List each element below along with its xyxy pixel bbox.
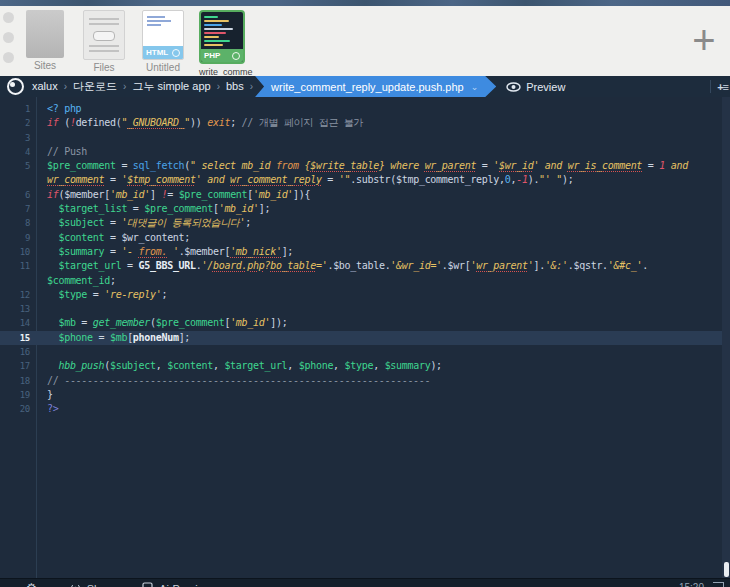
active-file-tab[interactable]: write_comment_reply_update.push.php ⌄ bbox=[255, 76, 496, 97]
breadcrumb-bar: xalux›다운로드›그누 simple app›bbs› write_comm… bbox=[0, 76, 730, 97]
code-line[interactable]: 16 bbox=[0, 345, 722, 359]
code-line[interactable]: 6if($member['mb_id'] != $pre_comment['mb… bbox=[0, 188, 722, 202]
thumbnail-label: Sites bbox=[22, 61, 68, 71]
line-number bbox=[0, 173, 39, 187]
line-number: 2 bbox=[0, 116, 39, 130]
line-number: 8 bbox=[0, 216, 39, 230]
code-text: $mb = get_member($pre_comment['mb_id']); bbox=[39, 316, 287, 330]
scrollbar-thumb[interactable] bbox=[724, 562, 729, 577]
breadcrumb-item[interactable]: 다운로드 bbox=[71, 80, 119, 92]
code-line[interactable]: 18// -----------------------------------… bbox=[0, 374, 722, 388]
code-line[interactable]: 10 $summary = '- from. '.$member['mb_nic… bbox=[0, 245, 722, 259]
share-label: Share bbox=[87, 583, 116, 587]
code-line[interactable]: 17 hbb_push($subject, $content, $target_… bbox=[0, 359, 722, 373]
code-text: $summary = '- from. '.$member['mb_nick']… bbox=[39, 245, 293, 259]
editor-window: SitesFilesHTMLUntitledPHPwrite_comment_r… bbox=[0, 0, 730, 587]
device-icon bbox=[142, 582, 153, 587]
code-lines: 1<? php2if (!defined("_GNUBOARD_")) exit… bbox=[0, 102, 722, 417]
settings-menu[interactable]: ⚙ ▾ bbox=[26, 582, 44, 587]
chevron-down-icon[interactable]: ⌄ bbox=[471, 82, 479, 92]
status-bar: ⚙ ▾ Share AirPreview 15:20 bbox=[0, 578, 730, 587]
code-text: // Push bbox=[39, 145, 87, 159]
preview-toggle[interactable]: Preview bbox=[506, 81, 565, 93]
code-text: $comment_id; bbox=[39, 274, 116, 288]
code-line[interactable]: 8 $subject = '대댓글이 등록되었습니다'; bbox=[0, 216, 722, 230]
code-line[interactable]: 1<? php bbox=[0, 102, 722, 116]
code-line[interactable]: $comment_id; bbox=[0, 274, 722, 288]
line-number: 5 bbox=[0, 159, 39, 173]
preview-label: Preview bbox=[526, 81, 565, 93]
expand-icon[interactable] bbox=[713, 582, 724, 587]
thumbnail-preview[interactable] bbox=[83, 10, 125, 60]
code-line[interactable]: 9 $content = $wr_content; bbox=[0, 231, 722, 245]
filetype-badge: PHP bbox=[201, 49, 243, 62]
code-text bbox=[39, 345, 47, 359]
sidebar-dots bbox=[3, 12, 17, 72]
code-line[interactable]: 3 bbox=[0, 131, 722, 145]
file-thumbnail-bar: SitesFilesHTMLUntitledPHPwrite_comment_r… bbox=[0, 6, 730, 76]
add-document-button[interactable]: + bbox=[686, 23, 722, 59]
breadcrumb-item[interactable]: xalux bbox=[30, 80, 60, 92]
code-line[interactable]: 4// Push bbox=[0, 145, 722, 159]
line-number: 13 bbox=[0, 302, 39, 316]
code-text: $type = 're-reply'; bbox=[39, 288, 167, 302]
code-text: hbb_push($subject, $content, $target_url… bbox=[39, 359, 442, 373]
code-editor[interactable]: 1<? php2if (!defined("_GNUBOARD_")) exit… bbox=[0, 97, 730, 578]
app-aperture-icon[interactable] bbox=[7, 78, 24, 95]
active-file-name: write_comment_reply_update.push.php bbox=[271, 81, 464, 93]
chevron-separator-icon: › bbox=[119, 81, 130, 92]
line-number: 20 bbox=[0, 402, 39, 416]
filetype-label: HTML bbox=[146, 48, 168, 57]
breadcrumb-item[interactable]: 그누 simple app bbox=[130, 80, 212, 92]
chevron-separator-icon: › bbox=[246, 81, 253, 92]
code-line[interactable]: 14 $mb = get_member($pre_comment['mb_id'… bbox=[0, 316, 722, 330]
files-icon bbox=[84, 11, 124, 59]
code-text: wr_comment = '$tmp_comment' and wr_comme… bbox=[39, 173, 573, 187]
code-text: // -------------------------------------… bbox=[39, 374, 430, 388]
code-line[interactable]: 5$pre_comment = sql_fetch(" select mb_id… bbox=[0, 159, 722, 173]
line-number: 17 bbox=[0, 359, 39, 373]
code-line[interactable]: 12 $type = 're-reply'; bbox=[0, 288, 722, 302]
share-button[interactable]: Share bbox=[70, 582, 116, 587]
share-icon bbox=[70, 582, 81, 587]
code-text: if (!defined("_GNUBOARD_")) exit; // 개별 … bbox=[39, 116, 363, 130]
chevron-down-icon: ▾ bbox=[40, 584, 44, 587]
thumbnail-preview[interactable]: PHP bbox=[199, 10, 245, 64]
preview-magnifier-icon[interactable] bbox=[232, 52, 240, 60]
thumbnail-preview[interactable]: HTML bbox=[142, 10, 184, 60]
code-line[interactable]: 13 bbox=[0, 302, 722, 316]
new-tab-button[interactable]: +≡ bbox=[717, 81, 728, 93]
chevron-separator-icon: › bbox=[60, 81, 71, 92]
line-number: 16 bbox=[0, 345, 39, 359]
code-line[interactable]: 2if (!defined("_GNUBOARD_")) exit; // 개별… bbox=[0, 116, 722, 130]
line-number: 9 bbox=[0, 231, 39, 245]
code-line[interactable]: 19} bbox=[0, 388, 722, 402]
code-line[interactable]: 7 $target_list = $pre_comment['mb_id']; bbox=[0, 202, 722, 216]
line-number: 19 bbox=[0, 388, 39, 402]
filetype-badge: HTML bbox=[143, 46, 183, 59]
code-text: $pre_comment = sql_fetch(" select mb_id … bbox=[39, 159, 688, 173]
thumbnail-label: Files bbox=[81, 63, 127, 73]
code-line[interactable]: wr_comment = '$tmp_comment' and wr_comme… bbox=[0, 173, 722, 187]
code-text: $target_list = $pre_comment['mb_id']; bbox=[39, 202, 270, 216]
line-number: 7 bbox=[0, 202, 39, 216]
code-line[interactable]: 15 $phone = $mb[phoneNum]; bbox=[0, 331, 722, 345]
divider bbox=[710, 80, 711, 93]
breadcrumb-item[interactable]: bbs bbox=[224, 80, 246, 92]
code-text: } bbox=[39, 388, 53, 402]
line-number: 3 bbox=[0, 131, 39, 145]
chevron-separator-icon: › bbox=[213, 81, 224, 92]
preview-magnifier-icon[interactable] bbox=[172, 49, 180, 57]
line-number: 12 bbox=[0, 288, 39, 302]
line-number: 18 bbox=[0, 374, 39, 388]
scrollbar-track[interactable] bbox=[722, 97, 730, 578]
thumbnail-label: Untitled bbox=[140, 63, 186, 73]
clock-time: 15:20 bbox=[679, 582, 704, 587]
gear-icon: ⚙ bbox=[26, 582, 37, 587]
code-line[interactable]: 20?> bbox=[0, 402, 722, 416]
thumbnail-preview[interactable] bbox=[26, 10, 64, 58]
code-text: $phone = $mb[phoneNum]; bbox=[39, 331, 190, 345]
code-line[interactable]: 11 $target_url = G5_BBS_URL.'/board.php?… bbox=[0, 259, 722, 273]
line-number: 15 bbox=[0, 331, 39, 345]
airpreview-button[interactable]: AirPreview bbox=[142, 582, 212, 587]
